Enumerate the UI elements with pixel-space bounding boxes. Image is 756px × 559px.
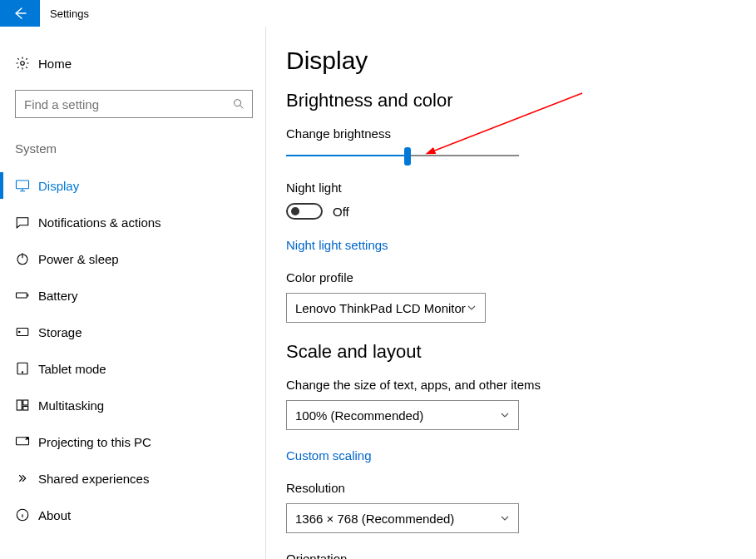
storage-icon bbox=[15, 324, 38, 339]
page-title: Display bbox=[286, 47, 756, 75]
sidebar-item-shared-experiences[interactable]: Shared experiences bbox=[0, 460, 265, 497]
night-light-label: Night light bbox=[286, 181, 756, 195]
sidebar-item-tablet-mode[interactable]: Tablet mode bbox=[0, 350, 265, 387]
sidebar-home-label: Home bbox=[38, 57, 72, 71]
search-input[interactable] bbox=[22, 96, 232, 112]
slider-thumb[interactable] bbox=[404, 147, 411, 166]
search-box[interactable] bbox=[15, 90, 253, 118]
shared-icon bbox=[15, 471, 38, 486]
sidebar-item-display[interactable]: Display bbox=[0, 167, 265, 204]
scale-value: 100% (Recommended) bbox=[295, 408, 423, 423]
svg-point-6 bbox=[19, 331, 21, 333]
power-icon bbox=[15, 251, 38, 266]
toggle-knob bbox=[291, 207, 299, 215]
night-light-settings-link[interactable]: Night light settings bbox=[286, 238, 388, 252]
color-profile-dropdown[interactable]: Lenovo ThinkPad LCD Monitor bbox=[286, 293, 486, 323]
svg-rect-2 bbox=[17, 181, 29, 189]
svg-point-8 bbox=[22, 372, 22, 373]
svg-point-1 bbox=[235, 100, 241, 106]
chevron-down-icon bbox=[500, 513, 510, 523]
main-panel: Display Brightness and color Change brig… bbox=[266, 27, 756, 559]
sidebar-home[interactable]: Home bbox=[15, 47, 265, 80]
svg-point-0 bbox=[21, 62, 25, 66]
tablet-icon bbox=[15, 361, 38, 376]
sidebar-section-label: System bbox=[15, 141, 265, 156]
sidebar-item-label: Power & sleep bbox=[38, 252, 119, 266]
projecting-icon bbox=[15, 434, 38, 449]
sidebar-item-label: Storage bbox=[38, 325, 82, 339]
chevron-down-icon bbox=[467, 303, 477, 313]
brightness-label: Change brightness bbox=[286, 126, 756, 141]
display-icon bbox=[15, 178, 38, 193]
sidebar-item-label: Battery bbox=[38, 289, 78, 303]
multitasking-icon bbox=[15, 398, 38, 413]
resolution-dropdown[interactable]: 1366 × 768 (Recommended) bbox=[286, 503, 519, 533]
sidebar-item-projecting-to-this-pc[interactable]: Projecting to this PC bbox=[0, 423, 265, 460]
night-light-toggle[interactable] bbox=[286, 203, 323, 220]
sidebar-item-label: Multitasking bbox=[38, 398, 104, 413]
scale-dropdown[interactable]: 100% (Recommended) bbox=[286, 400, 519, 430]
resolution-value: 1366 × 768 (Recommended) bbox=[295, 512, 454, 526]
sidebar-item-label: Shared experiences bbox=[38, 472, 149, 486]
title-bar: Settings bbox=[0, 0, 756, 27]
resolution-label: Resolution bbox=[286, 481, 756, 495]
sidebar-item-about[interactable]: About bbox=[0, 497, 265, 533]
about-icon bbox=[15, 507, 38, 522]
sidebar-item-label: Tablet mode bbox=[38, 362, 106, 376]
sidebar-item-storage[interactable]: Storage bbox=[0, 314, 265, 350]
section-brightness-title: Brightness and color bbox=[286, 90, 756, 111]
chevron-down-icon bbox=[500, 410, 510, 420]
back-button[interactable] bbox=[0, 0, 40, 27]
app-title: Settings bbox=[40, 7, 89, 20]
svg-rect-10 bbox=[23, 400, 28, 405]
svg-rect-9 bbox=[17, 400, 22, 410]
night-light-state: Off bbox=[333, 205, 349, 219]
notifications-icon bbox=[15, 215, 38, 230]
color-profile-value: Lenovo ThinkPad LCD Monitor bbox=[295, 301, 466, 315]
sidebar-item-power-sleep[interactable]: Power & sleep bbox=[0, 240, 265, 277]
brightness-slider[interactable] bbox=[286, 149, 519, 162]
scale-label: Change the size of text, apps, and other… bbox=[286, 378, 756, 392]
sidebar-item-battery[interactable]: Battery bbox=[0, 277, 265, 314]
sidebar-item-label: About bbox=[38, 508, 71, 522]
orientation-label: Orientation bbox=[286, 552, 756, 559]
search-icon bbox=[232, 97, 245, 111]
sidebar-item-label: Projecting to this PC bbox=[38, 435, 151, 449]
sidebar-item-notifications-actions[interactable]: Notifications & actions bbox=[0, 204, 265, 240]
sidebar-item-label: Notifications & actions bbox=[38, 215, 161, 230]
battery-icon bbox=[15, 288, 38, 303]
svg-rect-4 bbox=[17, 293, 27, 298]
sidebar: Home System DisplayNotifications & actio… bbox=[0, 27, 266, 559]
custom-scaling-link[interactable]: Custom scaling bbox=[286, 448, 372, 463]
sidebar-item-multitasking[interactable]: Multitasking bbox=[0, 387, 265, 423]
sidebar-item-label: Display bbox=[38, 179, 79, 193]
slider-fill bbox=[286, 155, 408, 156]
svg-rect-11 bbox=[23, 407, 28, 411]
section-scale-title: Scale and layout bbox=[286, 341, 756, 363]
gear-icon bbox=[15, 56, 38, 71]
back-arrow-icon bbox=[12, 6, 27, 21]
color-profile-label: Color profile bbox=[286, 270, 756, 284]
